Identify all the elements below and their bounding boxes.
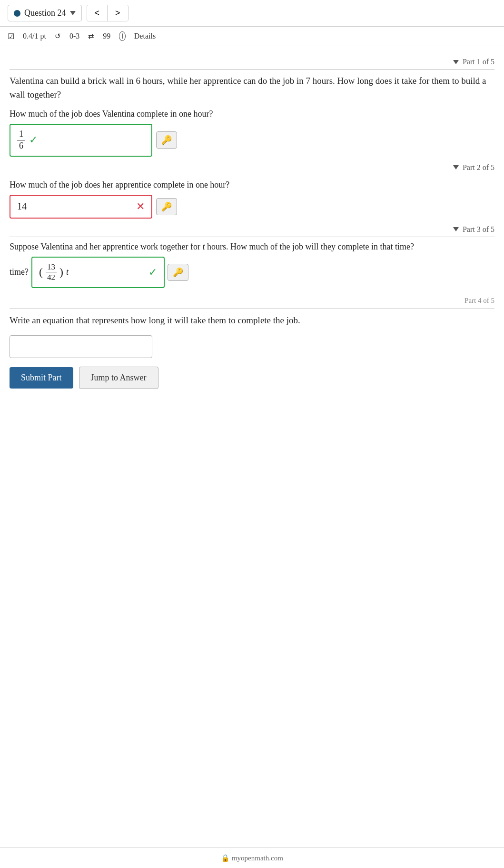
part1-answer-box: 1 6 ✓	[10, 124, 152, 157]
jump-to-answer-button[interactable]: Jump to Answer	[79, 367, 158, 389]
part3-prefix: Suppose Valentina and her apprentice wor…	[10, 242, 200, 251]
part1-answer-row: 1 6 ✓ 🔑	[10, 124, 494, 157]
part4-answer-input[interactable]	[10, 335, 152, 358]
part3-label: Part 3 of 5	[463, 225, 494, 234]
part2-sub-question: How much of the job does her apprentice …	[10, 180, 229, 190]
submissions-icon: ⇄	[88, 32, 94, 40]
part4-label-row: Part 4 of 5	[10, 297, 494, 305]
part4-question-text: Write an equation that represents how lo…	[10, 314, 494, 328]
attempts-icon: ↺	[55, 32, 61, 40]
part4-divider	[10, 309, 494, 309]
part2-label: Part 2 of 5	[463, 163, 494, 172]
dot-indicator	[14, 10, 20, 17]
part2-answer-box: 14 ✕	[10, 195, 152, 219]
top-bar: Question 24 < >	[0, 0, 504, 27]
part1-triangle	[453, 60, 459, 64]
part2-triangle	[453, 165, 459, 170]
part4-label: Part 4 of 5	[464, 297, 494, 305]
part2-key-button[interactable]: 🔑	[156, 198, 177, 215]
part2-question-row: How much of the job does her apprentice …	[10, 180, 494, 190]
part3-answer-box: ( 13 42 ) t ✓	[31, 257, 165, 289]
question-label: Question 24	[24, 8, 66, 18]
details-label: Details	[134, 32, 156, 40]
score-icon: ☑	[8, 32, 14, 41]
part1-numerator: 1	[17, 130, 25, 140]
part2-answer-row: 14 ✕ 🔑	[10, 195, 494, 219]
domain-label: myopenmath.com	[232, 854, 283, 862]
part3-divider	[10, 237, 494, 237]
dropdown-icon	[70, 11, 76, 15]
meta-bar: ☑ 0.4/1 pt ↺ 0-3 ⇄ 99 i Details	[0, 27, 504, 46]
part3-check: ✓	[148, 266, 157, 279]
part3-suffix: hours. How much of the job will they com…	[207, 242, 414, 251]
nav-prev-button[interactable]: <	[87, 5, 108, 21]
part3-time-label: time?	[10, 267, 29, 277]
part3-sub-question: Suppose Valentina and her apprentice wor…	[10, 242, 494, 252]
part1-denominator: 6	[17, 140, 25, 151]
footer: 🔒 myopenmath.com	[0, 848, 504, 868]
part2-header: Part 2 of 5	[10, 163, 494, 172]
part2-x-icon: ✕	[136, 200, 145, 213]
part1-fraction: 1 6	[17, 130, 25, 151]
part3-var: t	[203, 242, 205, 251]
score-display: 0.4/1 pt	[23, 32, 46, 40]
question-selector[interactable]: Question 24	[8, 5, 82, 21]
main-question-text: Valentina can build a brick wall in 6 ho…	[10, 74, 494, 101]
attempts-display: 0-3	[69, 32, 79, 40]
buttons-row: Submit Part Jump to Answer	[10, 367, 494, 389]
part2-answer-value: 14	[17, 201, 27, 212]
content-area: Part 1 of 5 Valentina can build a brick …	[0, 46, 504, 408]
part3-time-question: time? ( 13 42 ) t ✓ 🔑	[10, 257, 494, 289]
part3-key-button[interactable]: 🔑	[168, 264, 188, 281]
nav-next-button[interactable]: >	[108, 5, 128, 21]
part1-divider	[10, 69, 494, 70]
part3-triangle	[453, 227, 459, 231]
part1-check: ✓	[29, 134, 38, 146]
part3-denominator: 42	[46, 272, 57, 282]
part1-sub-question: How much of the job does Valentina compl…	[10, 109, 494, 119]
info-icon: i	[119, 31, 126, 41]
part3-open-paren: (	[39, 266, 43, 279]
part3-header: Part 3 of 5	[10, 225, 494, 234]
part2-divider	[10, 175, 494, 175]
submissions-display: 99	[103, 32, 110, 40]
lock-icon: 🔒	[221, 854, 230, 862]
part1-key-button[interactable]: 🔑	[156, 131, 177, 149]
part3-close-paren: )	[59, 266, 63, 279]
part3-answer-var: t	[66, 267, 69, 277]
part1-header: Part 1 of 5	[10, 58, 494, 66]
part3-fraction: 13 42	[46, 262, 57, 283]
submit-part-button[interactable]: Submit Part	[10, 367, 73, 389]
part3-numerator: 13	[46, 262, 57, 272]
part1-label: Part 1 of 5	[463, 58, 494, 66]
nav-buttons: < >	[87, 5, 128, 21]
